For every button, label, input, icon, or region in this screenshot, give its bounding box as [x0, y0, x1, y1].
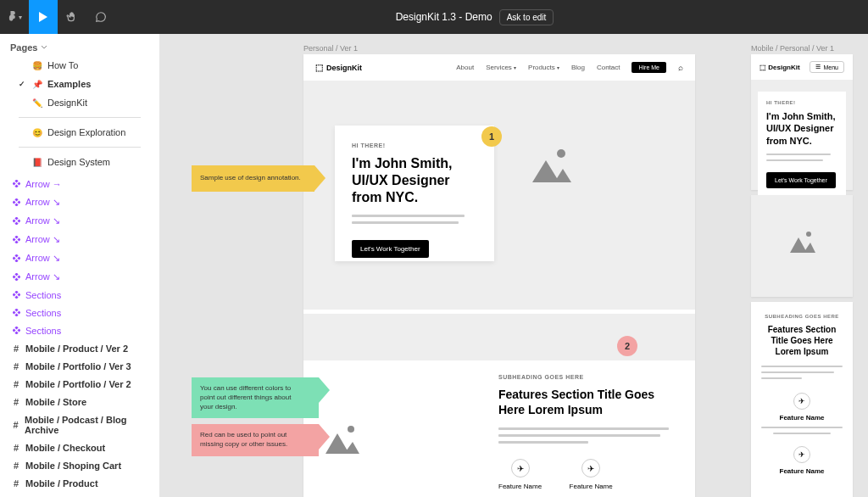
svg-rect-13: [13, 237, 16, 241]
nav-link[interactable]: Blog: [571, 64, 585, 71]
hero-subheading: HI THERE!: [766, 100, 837, 105]
layer-item[interactable]: Arrow ↘: [0, 230, 159, 248]
frame-icon: #: [12, 380, 20, 388]
layer-item[interactable]: Sections: [0, 321, 159, 339]
comment-tool[interactable]: [86, 0, 115, 34]
nav-link[interactable]: Contact: [597, 64, 620, 71]
component-icon: [12, 291, 20, 299]
svg-rect-35: [14, 331, 18, 334]
layer-item[interactable]: Arrow ↘: [0, 211, 159, 230]
feature-item: Feature Name: [761, 414, 843, 422]
feature-item: ✈Feature Name: [570, 459, 613, 490]
svg-rect-32: [14, 327, 18, 330]
layer-item[interactable]: #Mobile / Portfolio / Ver 3: [0, 357, 159, 375]
feature-item: ✈Feature Name: [498, 459, 542, 490]
layer-item[interactable]: Sections: [0, 286, 159, 304]
nav-link[interactable]: Products ▾: [528, 64, 559, 71]
image-placeholder-icon: [787, 231, 817, 256]
svg-rect-9: [13, 219, 16, 222]
annotation-red[interactable]: Red can be used to point out missing cop…: [192, 424, 319, 456]
annotation-badge-2[interactable]: 2: [617, 336, 637, 356]
nav-link[interactable]: About: [456, 64, 474, 71]
features-title: Features Section Title Goes Here Lorem I…: [761, 324, 843, 357]
search-icon[interactable]: ⌕: [678, 63, 683, 72]
play-button[interactable]: [29, 0, 58, 34]
svg-point-36: [557, 149, 565, 158]
svg-rect-31: [14, 313, 18, 316]
svg-rect-29: [13, 310, 16, 314]
hero-subheading: HI THERE!: [352, 142, 477, 148]
frame-icon: #: [12, 362, 20, 371]
frame-mobile-image[interactable]: [751, 195, 853, 297]
svg-rect-1: [13, 181, 16, 185]
hand-tool[interactable]: [58, 0, 86, 34]
page-item[interactable]: ✓📌Examples: [0, 75, 159, 93]
page-item[interactable]: 🍔How To: [0, 56, 159, 75]
layer-item[interactable]: #Mobile / Shoping Cart: [0, 456, 159, 474]
hero-title: I'm John Smith, UI/UX Designer from NYC.: [352, 155, 477, 206]
layer-item[interactable]: Sections: [0, 304, 159, 321]
cta-button[interactable]: Let's Work Together: [766, 172, 836, 188]
frame-label[interactable]: Mobile / Personal / Ver 1: [751, 44, 834, 53]
page-item[interactable]: 😊Design Exploration: [0, 123, 159, 142]
svg-rect-8: [14, 217, 18, 221]
frame-mobile-features[interactable]: SUBHEADING GOES HERE Features Section Ti…: [751, 302, 853, 497]
layer-item[interactable]: #Mobile / Checkout: [0, 438, 159, 456]
svg-rect-25: [13, 293, 16, 296]
svg-rect-21: [13, 275, 16, 278]
svg-rect-24: [14, 291, 18, 294]
brand-logo: DesignKit: [326, 64, 362, 72]
layer-item[interactable]: #Mobile / Store: [0, 393, 159, 410]
file-title[interactable]: DesignKit 1.3 - Demo: [396, 11, 492, 23]
svg-rect-15: [14, 240, 18, 243]
nav-link[interactable]: Services ▾: [486, 64, 516, 71]
layer-item[interactable]: Arrow ↘: [0, 193, 159, 211]
image-placeholder-icon: [524, 148, 575, 189]
annotation-yellow[interactable]: Sample use of design annotation.: [192, 165, 314, 192]
frame-icon: #: [12, 444, 20, 452]
frame-label[interactable]: Personal / Ver 1: [303, 44, 358, 53]
page-item[interactable]: ✏️DesignKit: [0, 93, 159, 112]
component-icon: [12, 272, 20, 281]
svg-rect-27: [14, 295, 18, 299]
pages-heading[interactable]: Pages: [0, 39, 159, 56]
component-icon: [12, 254, 20, 262]
svg-rect-33: [13, 328, 16, 332]
svg-rect-16: [14, 254, 18, 258]
layer-item[interactable]: Arrow ↘: [0, 248, 159, 267]
component-icon: [12, 180, 20, 188]
svg-rect-18: [17, 256, 20, 260]
cta-button[interactable]: Let's Work Together: [352, 240, 429, 258]
frame-icon: #: [12, 344, 20, 353]
svg-rect-4: [14, 198, 18, 202]
layer-item[interactable]: #Mobile / Product: [0, 474, 159, 492]
annotation-badge-1[interactable]: 1: [481, 126, 502, 147]
frame-icon: #: [12, 479, 20, 488]
annotation-green[interactable]: You can use different colors to point ou…: [192, 377, 319, 418]
layer-item[interactable]: Arrow ↘: [0, 267, 159, 286]
layer-item[interactable]: #Mobile / Portfolio / Ver 2: [0, 375, 159, 393]
svg-rect-28: [14, 309, 18, 312]
svg-rect-2: [17, 181, 20, 185]
svg-rect-14: [17, 237, 20, 241]
frame-icon: #: [12, 421, 19, 429]
svg-rect-30: [17, 310, 20, 314]
site-header: ⬚DesignKit About Services ▾ Products ▾ B…: [303, 54, 695, 81]
frame-mobile-hero[interactable]: ⬚ DesignKit ☰ Menu HI THERE! I'm John Sm…: [751, 54, 853, 190]
page-item[interactable]: 📕Design System: [0, 153, 159, 171]
layer-item[interactable]: #Mobile / Blog Post: [0, 492, 159, 497]
svg-point-37: [348, 426, 354, 433]
svg-rect-26: [17, 293, 20, 296]
hire-button[interactable]: Hire Me: [632, 62, 666, 73]
figma-menu[interactable]: ▾: [0, 0, 29, 34]
svg-rect-6: [17, 200, 20, 204]
layer-item[interactable]: Arrow →: [0, 175, 159, 193]
hero-card[interactable]: HI THERE! I'm John Smith, UI/UX Designer…: [335, 126, 494, 261]
layer-item[interactable]: #Mobile / Podcast / Blog Archive: [0, 410, 159, 438]
component-icon: [12, 327, 20, 335]
ask-to-edit-button[interactable]: Ask to edit: [499, 9, 554, 25]
layer-item[interactable]: #Mobile / Product / Ver 2: [0, 339, 159, 357]
canvas[interactable]: Personal / Ver 1 Mobile / Personal / Ver…: [159, 34, 868, 497]
menu-button[interactable]: ☰ Menu: [810, 61, 844, 73]
features-subheading: SUBHEADING GOES HERE: [498, 374, 678, 380]
